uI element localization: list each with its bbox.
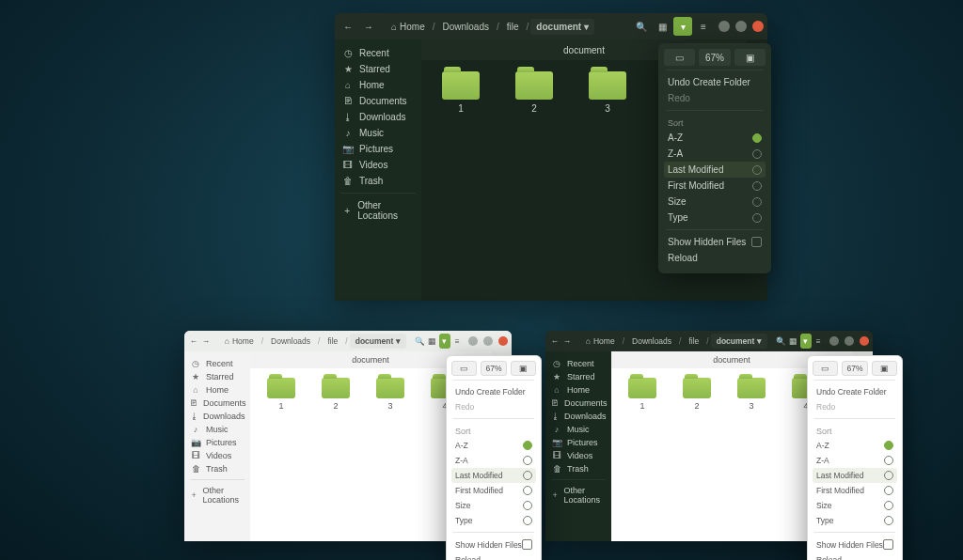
folder-item[interactable]: 2 bbox=[316, 378, 355, 411]
sidebar-item-downloads[interactable]: ⭳Downloads bbox=[335, 109, 421, 125]
sidebar-item-starred[interactable]: ★Starred bbox=[545, 370, 611, 383]
menu-sort-first-modified[interactable]: First Modified bbox=[664, 178, 766, 194]
view-options-button[interactable]: ▾ bbox=[439, 334, 450, 349]
breadcrumb-home[interactable]: ⌂Home bbox=[580, 334, 621, 349]
menu-reload[interactable]: Reload bbox=[664, 250, 766, 266]
sidebar-item-downloads[interactable]: ⭳Downloads bbox=[184, 410, 250, 423]
sidebar-item-downloads[interactable]: ⭳Downloads bbox=[545, 410, 611, 423]
nav-forward-button[interactable]: → bbox=[200, 334, 211, 349]
folder-item[interactable]: 3 bbox=[371, 378, 410, 411]
menu-sort-type[interactable]: Type bbox=[451, 513, 536, 528]
sidebar-item-other-locations[interactable]: +Other Locations bbox=[335, 197, 421, 224]
folder-item[interactable]: 1 bbox=[261, 378, 301, 411]
view-options-button[interactable]: ▾ bbox=[800, 334, 811, 349]
sidebar-item-starred[interactable]: ★Starred bbox=[335, 61, 421, 77]
icon-view-button[interactable]: ▦ bbox=[788, 334, 798, 349]
menu-sort-az[interactable]: A-Z bbox=[813, 438, 897, 453]
breadcrumb-document[interactable]: document ▾ bbox=[350, 334, 407, 349]
sidebar-item-documents[interactable]: 🖹Documents bbox=[335, 93, 421, 109]
breadcrumb-home[interactable]: ⌂Home bbox=[219, 334, 260, 349]
sidebar-item-music[interactable]: ♪Music bbox=[545, 423, 611, 436]
menu-show-hidden[interactable]: Show Hidden Files bbox=[664, 234, 766, 250]
folder-item[interactable]: 2 bbox=[677, 378, 717, 411]
sidebar-item-documents[interactable]: 🖹Documents bbox=[545, 397, 611, 410]
window-close-button[interactable] bbox=[752, 21, 764, 32]
menu-undo[interactable]: Undo Create Folder bbox=[451, 384, 536, 399]
folder-item[interactable]: 2 bbox=[510, 71, 559, 114]
icon-view-button[interactable]: ▦ bbox=[653, 17, 671, 36]
zoom-out-button[interactable]: ▭ bbox=[451, 361, 477, 376]
hamburger-menu-button[interactable]: ≡ bbox=[813, 334, 824, 349]
sidebar-item-pictures[interactable]: 📷Pictures bbox=[545, 436, 611, 449]
menu-reload[interactable]: Reload bbox=[813, 552, 897, 560]
window-minimize-button[interactable] bbox=[829, 336, 839, 346]
zoom-in-button[interactable]: ▣ bbox=[872, 361, 897, 376]
menu-undo[interactable]: Undo Create Folder bbox=[664, 74, 766, 90]
menu-sort-za[interactable]: Z-A bbox=[664, 146, 766, 162]
menu-sort-last-modified[interactable]: Last Modified bbox=[664, 162, 766, 178]
icon-view-button[interactable]: ▦ bbox=[427, 334, 437, 349]
window-maximize-button[interactable] bbox=[735, 21, 747, 32]
menu-sort-size[interactable]: Size bbox=[451, 498, 536, 513]
sidebar-item-starred[interactable]: ★Starred bbox=[184, 370, 250, 383]
sidebar-item-other-locations[interactable]: +Other Locations bbox=[184, 484, 250, 506]
window-close-button[interactable] bbox=[498, 336, 508, 346]
menu-reload[interactable]: Reload bbox=[451, 552, 536, 560]
folder-item[interactable]: 1 bbox=[623, 378, 662, 411]
breadcrumb-downloads[interactable]: Downloads bbox=[265, 334, 316, 349]
sidebar-item-pictures[interactable]: 📷Pictures bbox=[184, 436, 250, 449]
menu-redo[interactable]: Redo bbox=[451, 399, 536, 414]
breadcrumb-file[interactable]: file bbox=[322, 334, 343, 349]
window-close-button[interactable] bbox=[860, 336, 869, 346]
zoom-in-button[interactable]: ▣ bbox=[734, 49, 766, 66]
search-button[interactable]: 🔍 bbox=[632, 17, 651, 36]
menu-sort-type[interactable]: Type bbox=[664, 210, 766, 226]
breadcrumb-home[interactable]: ⌂ Home bbox=[386, 19, 431, 35]
sidebar-item-trash[interactable]: 🗑Trash bbox=[184, 462, 250, 475]
menu-sort-last-modified[interactable]: Last Modified bbox=[813, 468, 897, 483]
search-button[interactable]: 🔍 bbox=[775, 334, 785, 349]
nav-back-button[interactable]: ← bbox=[188, 334, 198, 349]
menu-show-hidden[interactable]: Show Hidden Files bbox=[451, 537, 536, 552]
nav-forward-button[interactable]: → bbox=[561, 334, 572, 349]
menu-sort-first-modified[interactable]: First Modified bbox=[451, 483, 536, 498]
view-options-button[interactable]: ▾ bbox=[673, 17, 692, 36]
sidebar-item-music[interactable]: ♪Music bbox=[335, 125, 421, 141]
hamburger-menu-button[interactable]: ≡ bbox=[694, 17, 713, 36]
menu-redo[interactable]: Redo bbox=[664, 90, 766, 106]
sidebar-item-recent[interactable]: ◷Recent bbox=[335, 45, 421, 61]
breadcrumb-document[interactable]: document ▾ bbox=[530, 19, 594, 35]
sidebar-item-documents[interactable]: 🖹Documents bbox=[184, 397, 250, 410]
menu-sort-type[interactable]: Type bbox=[813, 513, 897, 528]
sidebar-item-home[interactable]: ⌂Home bbox=[335, 77, 421, 93]
sidebar-item-home[interactable]: ⌂Home bbox=[545, 383, 611, 397]
zoom-out-button[interactable]: ▭ bbox=[664, 49, 695, 66]
breadcrumb-downloads[interactable]: Downloads bbox=[626, 334, 677, 349]
window-minimize-button[interactable] bbox=[718, 21, 730, 32]
menu-show-hidden[interactable]: Show Hidden Files bbox=[813, 537, 897, 552]
window-maximize-button[interactable] bbox=[483, 336, 493, 346]
breadcrumb-document[interactable]: document ▾ bbox=[711, 334, 768, 349]
sidebar-item-home[interactable]: ⌂Home bbox=[184, 383, 250, 397]
sidebar-item-other-locations[interactable]: +Other Locations bbox=[545, 484, 611, 506]
zoom-in-button[interactable]: ▣ bbox=[511, 361, 536, 376]
folder-item[interactable]: 3 bbox=[732, 378, 771, 411]
menu-sort-first-modified[interactable]: First Modified bbox=[813, 483, 897, 498]
menu-sort-size[interactable]: Size bbox=[664, 194, 766, 210]
sidebar-item-trash[interactable]: 🗑Trash bbox=[335, 173, 421, 189]
sidebar-item-videos[interactable]: 🎞Videos bbox=[545, 449, 611, 462]
sidebar-item-pictures[interactable]: 📷Pictures bbox=[335, 141, 421, 157]
menu-sort-az[interactable]: A-Z bbox=[451, 438, 536, 453]
folder-item[interactable]: 3 bbox=[583, 71, 632, 114]
search-button[interactable]: 🔍 bbox=[414, 334, 424, 349]
sidebar-item-videos[interactable]: 🎞Videos bbox=[335, 157, 421, 173]
menu-sort-za[interactable]: Z-A bbox=[813, 453, 897, 468]
nav-forward-button[interactable]: → bbox=[359, 17, 378, 36]
hamburger-menu-button[interactable]: ≡ bbox=[452, 334, 463, 349]
menu-sort-last-modified[interactable]: Last Modified bbox=[451, 468, 536, 483]
menu-undo[interactable]: Undo Create Folder bbox=[813, 384, 897, 399]
sidebar-item-videos[interactable]: 🎞Videos bbox=[184, 449, 250, 462]
menu-sort-size[interactable]: Size bbox=[813, 498, 897, 513]
zoom-out-button[interactable]: ▭ bbox=[813, 361, 838, 376]
breadcrumb-downloads[interactable]: Downloads bbox=[437, 19, 495, 35]
